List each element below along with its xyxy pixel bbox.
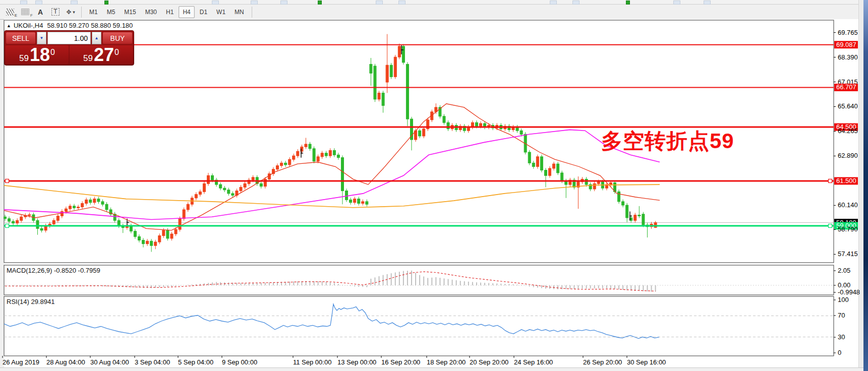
svg-text:13 Sep 00:00: 13 Sep 00:00 (337, 358, 376, 366)
svg-text:26 Aug 2019: 26 Aug 2019 (3, 358, 39, 366)
buy-price-major: 59 (83, 54, 93, 63)
sell-price-pips: 18 (30, 47, 50, 63)
ohlc-quote: 58.910 59.270 58.880 59.180 (47, 22, 133, 29)
chart-annotation-text[interactable]: 多空转折点59 (601, 127, 734, 155)
svg-text:61.500: 61.500 (836, 177, 856, 184)
volume-decrease-button[interactable]: ▼ (37, 32, 46, 44)
svg-text:69.087: 69.087 (836, 41, 856, 48)
collapse-triangle-icon[interactable]: ▲ (7, 23, 11, 28)
symbol-header: ▲UKOil-,H458.910 59.270 58.880 59.180 (7, 22, 133, 29)
svg-text:-0.9948: -0.9948 (838, 288, 860, 296)
svg-text:66.707: 66.707 (836, 83, 856, 91)
svg-text:62.890: 62.890 (838, 152, 858, 159)
macd-indicator-label: MACD(12,26,9) -0.8520 -0.7959 (7, 267, 100, 274)
volume-increase-button[interactable]: ▲ (92, 32, 101, 44)
svg-text:0: 0 (838, 349, 841, 356)
svg-text:3 Sep 04:00: 3 Sep 04:00 (135, 358, 170, 366)
svg-text:100: 100 (838, 296, 849, 303)
svg-text:68.390: 68.390 (838, 53, 858, 61)
sell-price[interactable]: 59 18 0 (6, 45, 69, 64)
svg-text:11 Sep 00:00: 11 Sep 00:00 (293, 358, 331, 366)
svg-text:9 Sep 00:00: 9 Sep 00:00 (222, 358, 257, 366)
svg-text:30 Aug 04:00: 30 Aug 04:00 (90, 358, 129, 366)
buy-price-pips: 27 (94, 47, 114, 63)
svg-text:5 Sep 04:00: 5 Sep 04:00 (178, 358, 213, 366)
svg-text:65.640: 65.640 (838, 102, 858, 110)
sell-button[interactable]: SELL (6, 32, 36, 44)
buy-button[interactable]: BUY (102, 32, 133, 44)
svg-text:2.05: 2.05 (838, 267, 850, 274)
svg-text:64.265: 64.265 (838, 127, 858, 135)
svg-text:28 Aug 04:00: 28 Aug 04:00 (46, 358, 85, 366)
svg-text:57.415: 57.415 (838, 250, 858, 258)
svg-text:18 Sep 20:00: 18 Sep 20:00 (427, 358, 466, 366)
svg-text:30: 30 (838, 333, 845, 341)
svg-text:24 Sep 16:00: 24 Sep 16:00 (514, 358, 553, 366)
svg-text:30 Sep 16:00: 30 Sep 16:00 (627, 358, 666, 366)
svg-text:70: 70 (838, 312, 845, 319)
svg-text:60.140: 60.140 (838, 201, 858, 209)
buy-price-point: 0 (114, 48, 119, 56)
svg-text:58.790: 58.790 (838, 225, 858, 233)
rsi-indicator-label: RSI(14) 29.8941 (7, 298, 54, 305)
buy-price[interactable]: 59 27 0 (70, 45, 133, 64)
symbol-name: UKOil-,H4 (14, 22, 43, 29)
volume-input[interactable]: 1.00 (47, 32, 91, 44)
sell-price-point: 0 (50, 48, 55, 56)
svg-text:69.765: 69.765 (838, 29, 858, 36)
svg-text:26 Sep 20:00: 26 Sep 20:00 (583, 358, 622, 366)
sell-price-major: 59 (19, 54, 29, 63)
svg-text:20 Sep 20:00: 20 Sep 20:00 (470, 358, 508, 366)
one-click-trade-panel: SELL ▼ 1.00 ▲ BUY 59 18 0 59 27 0 (4, 30, 134, 66)
svg-text:0.00: 0.00 (838, 281, 850, 289)
svg-text:16 Sep 20:00: 16 Sep 20:00 (381, 358, 420, 366)
